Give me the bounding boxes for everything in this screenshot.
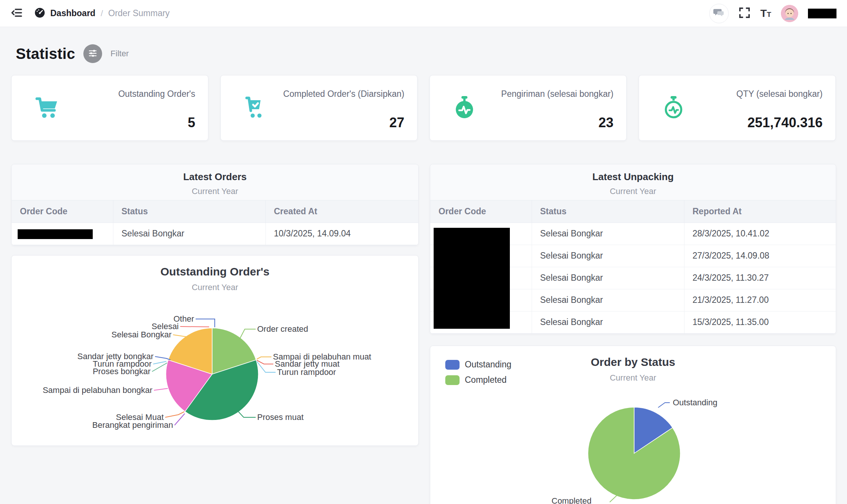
reported-at-cell: 24/3/2025, 11.30.27	[684, 267, 836, 289]
callout-line	[257, 357, 271, 359]
legend-swatch-outstanding	[445, 360, 460, 370]
text-size-icon: TT	[760, 8, 771, 20]
status-cell: Selesai Bongkar	[532, 311, 684, 333]
callout-line	[257, 360, 273, 364]
callout-line	[196, 319, 215, 327]
callout-line	[155, 357, 170, 360]
callout-line	[240, 329, 256, 339]
callout-line	[152, 363, 167, 372]
callout-label: Proses bongkar	[93, 367, 151, 376]
sidebar-toggle-icon	[11, 6, 25, 21]
user-avatar[interactable]	[781, 5, 798, 22]
column-header-order-code: Order Code	[12, 200, 113, 223]
callout-line	[257, 361, 276, 372]
callout-label: Berangkat pengiriman	[92, 420, 173, 430]
cart-icon	[33, 94, 60, 122]
column-header-created-at: Created At	[265, 200, 418, 223]
reported-at-cell: 15/3/2025, 11.35.00	[684, 311, 836, 333]
stat-card-value: 5	[188, 115, 195, 131]
legend-label: Outstanding	[465, 360, 511, 370]
chat-button[interactable]	[709, 4, 729, 23]
chart-legend: Outstanding Completed	[445, 360, 511, 385]
callout-label: Proses muat	[257, 412, 304, 422]
column-header-order-code: Order Code	[430, 200, 532, 223]
stat-cards-row: Outstanding Order's 5 Completed Order's …	[11, 75, 836, 141]
callout-line	[165, 412, 184, 417]
latest-unpacking-card: Latest Unpacking Current Year Order Code…	[430, 164, 836, 334]
stat-card-label: Outstanding Order's	[118, 88, 195, 100]
redacted-order-code	[18, 229, 93, 239]
callout-label: Selesai Bongkar	[112, 330, 172, 339]
text-size-button[interactable]: TT	[760, 8, 771, 20]
stopwatch-outline-icon	[660, 94, 687, 122]
fullscreen-button[interactable]	[738, 7, 751, 20]
stat-card-outstanding-orders: Outstanding Order's 5	[11, 75, 208, 141]
stat-card-value: 251,740.316	[748, 115, 823, 131]
table-title: Latest Orders	[12, 171, 418, 183]
breadcrumb-separator: /	[101, 9, 103, 18]
order-by-status-pie-chart: Outstanding Completed	[430, 387, 836, 504]
status-cell: Selesai Bongkar	[532, 289, 684, 311]
callout-line	[153, 361, 166, 364]
chat-icon	[713, 8, 725, 19]
fullscreen-icon	[738, 7, 751, 20]
latest-unpacking-header: Latest Unpacking Current Year	[430, 164, 836, 200]
redacted-username[interactable]	[808, 9, 836, 18]
stat-card-label: Completed Order's (Diarsipkan)	[283, 88, 404, 100]
dashboard-gauge-icon	[34, 6, 46, 21]
reported-at-cell: 21/3/2025, 11.27.00	[684, 289, 836, 311]
filter-button[interactable]	[83, 44, 102, 63]
stat-card-label: Pengiriman (selesai bongkar)	[501, 88, 613, 100]
table-subtitle: Current Year	[12, 187, 418, 196]
column-header-reported-at: Reported At	[684, 200, 836, 223]
stat-card-value: 23	[598, 115, 613, 131]
callout-line	[610, 495, 617, 502]
latest-orders-card: Latest Orders Current Year Order Code St…	[11, 164, 419, 245]
legend-item-outstanding[interactable]: Outstanding	[445, 360, 511, 370]
chart-title: Outstanding Order's	[12, 265, 418, 278]
created-at-cell: 10/3/2025, 14.09.04	[265, 223, 418, 245]
status-cell: Selesai Bongkar	[113, 223, 265, 245]
legend-label: Completed	[465, 375, 506, 385]
outstanding-orders-pie-chart: Other Selesai Selesai Bongkar Sandar jet…	[12, 302, 419, 446]
breadcrumb-dashboard[interactable]: Dashboard	[34, 6, 95, 21]
column-header-status: Status	[532, 200, 684, 223]
table-title: Latest Unpacking	[430, 171, 836, 183]
top-navbar: Dashboard / Order Summary	[0, 0, 847, 27]
legend-item-completed[interactable]: Completed	[445, 375, 511, 385]
callout-label: Turun rampdoor	[277, 367, 336, 377]
table-subtitle: Current Year	[430, 187, 836, 196]
filter-label: Filter	[110, 49, 129, 59]
stat-card-label: QTY (selesai bongkar)	[736, 88, 823, 100]
chart-subtitle: Current Year	[12, 283, 418, 292]
sidebar-toggle-button[interactable]	[11, 6, 25, 21]
status-cell: Selesai Bongkar	[532, 223, 684, 245]
breadcrumb: Dashboard / Order Summary	[34, 6, 170, 21]
reported-at-cell: 28/3/2025, 10.41.02	[684, 223, 836, 245]
breadcrumb-current: Order Summary	[108, 8, 170, 18]
filter-sliders-icon	[87, 48, 98, 60]
cart-check-icon	[242, 94, 269, 122]
breadcrumb-main-label: Dashboard	[50, 8, 95, 18]
callout-line	[238, 412, 256, 417]
stat-card-value: 27	[389, 115, 404, 131]
column-header-status: Status	[113, 200, 265, 223]
stat-card-pengiriman: Pengiriman (selesai bongkar) 23	[430, 75, 627, 141]
order-by-status-chart-card: Order by Status Current Year Outstanding…	[430, 346, 836, 504]
stat-card-qty: QTY (selesai bongkar) 251,740.316	[639, 75, 836, 141]
reported-at-cell: 27/3/2025, 14.09.08	[684, 245, 836, 267]
outstanding-orders-chart-card: Outstanding Order's Current Year Other S…	[11, 255, 419, 446]
callout-label: Completed	[552, 496, 591, 504]
callout-line	[154, 388, 168, 390]
status-cell: Selesai Bongkar	[532, 267, 684, 289]
redacted-order-codes	[434, 228, 510, 329]
dashboard-page: Dashboard / Order Summary	[0, 0, 847, 504]
page-title: Statistic	[16, 45, 75, 62]
callout-line	[658, 403, 670, 408]
stopwatch-icon	[451, 94, 478, 122]
latest-orders-header: Latest Orders Current Year	[12, 164, 418, 200]
callout-label: Sampai di pelabuhan bongkar	[43, 385, 152, 395]
callout-label: Outstanding	[673, 398, 717, 407]
callout-label: Order created	[257, 324, 308, 334]
stat-card-completed-orders: Completed Order's (Diarsipkan) 27	[220, 75, 417, 141]
